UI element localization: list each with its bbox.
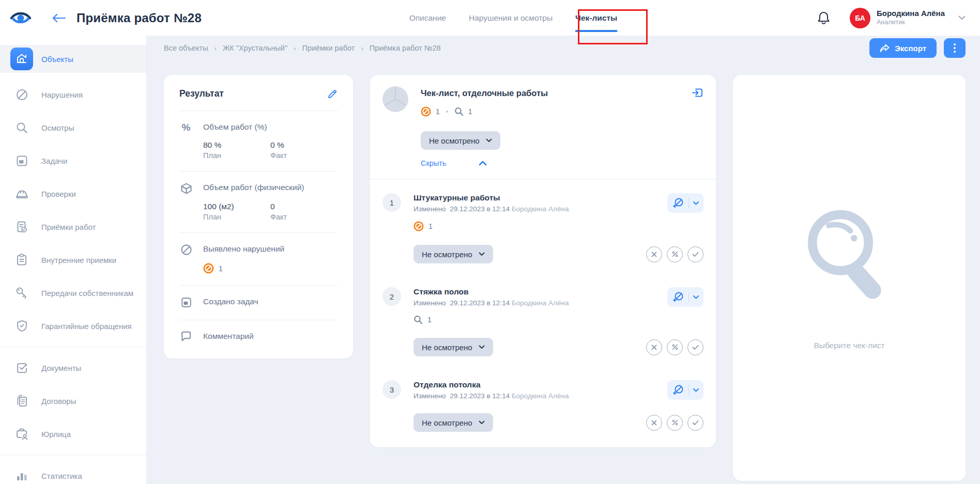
comment-icon [179, 331, 193, 342]
sidebar-item-objects[interactable]: Объекты [0, 45, 146, 73]
checklist-progress-circle [382, 86, 408, 179]
violations-count: 1 [436, 107, 440, 116]
checklist-status-dropdown[interactable]: Не осмотрено [421, 131, 500, 150]
violation-badge-icon [203, 263, 214, 274]
add-violation-split-button[interactable] [667, 193, 703, 213]
app-logo[interactable] [7, 10, 34, 26]
sidebar-item-label: Гарантийные обращения [41, 322, 132, 331]
notifications-button[interactable] [817, 11, 830, 25]
percent-icon [672, 251, 678, 257]
back-button[interactable] [49, 13, 69, 23]
more-actions-button[interactable] [944, 38, 966, 58]
add-violation-icon [672, 384, 684, 396]
inspection-badge-icon [454, 107, 464, 116]
breadcrumb: Все объекты › ЖК "Хрустальный" › Приёмки… [164, 44, 441, 52]
pencil-icon [327, 89, 338, 99]
percent-icon: % [179, 122, 193, 133]
sidebar-item-owner-transfers[interactable]: Передачи собственникам [0, 276, 146, 309]
item-badges: 1 [414, 315, 703, 324]
fact-value: 0 [270, 202, 338, 211]
sidebar-item-checks[interactable]: Проверки [0, 177, 146, 210]
x-icon [651, 252, 657, 257]
user-menu-toggle[interactable] [958, 15, 966, 20]
reject-circle-button[interactable] [646, 339, 662, 355]
breadcrumb-acceptances[interactable]: Приёмки работ [302, 44, 355, 52]
partial-circle-button[interactable] [667, 339, 683, 355]
sidebar-divider [0, 347, 146, 347]
item-status-dropdown[interactable]: Не осмотрено [414, 338, 493, 356]
sidebar-item-legal-entities[interactable]: Юрлица [0, 417, 146, 450]
sidebar-item-documents[interactable]: Документы [0, 351, 146, 384]
sidebar-item-violations[interactable]: Нарушения [0, 78, 146, 111]
clipboard-list-icon [10, 248, 33, 271]
item-modified-by: Бородкина Алёна [512, 299, 569, 307]
sidebar-item-tasks[interactable]: Задачи [0, 144, 146, 177]
item-modified-meta: Изменено 29.12.2023 в 12:14 Бородкина Ал… [414, 205, 569, 213]
item-status-dropdown[interactable]: Не осмотрено [414, 245, 493, 263]
checklist-preview-panel: Выберите чек-лист [733, 75, 966, 481]
add-violation-split-button[interactable] [667, 287, 703, 307]
edit-result-button[interactable] [327, 89, 338, 99]
result-section-violations: Выявлено нарушений 1 [179, 233, 338, 286]
prohibition-icon [10, 83, 33, 106]
breadcrumb-project[interactable]: ЖК "Хрустальный" [223, 44, 287, 52]
user-info: Бородкина Алёна Аналитик [877, 9, 945, 26]
collapse-link[interactable]: Скрыть [421, 159, 447, 167]
caret-down-icon [693, 295, 699, 299]
status-label: Не осмотрено [422, 418, 472, 427]
violations-count: 1 [219, 264, 223, 273]
sidebar-item-contracts[interactable]: Договоры [0, 384, 146, 417]
partial-circle-button[interactable] [667, 415, 683, 431]
tab-description[interactable]: Описание [409, 0, 446, 36]
open-checklist-button[interactable] [692, 87, 703, 98]
user-avatar[interactable]: БА [850, 8, 870, 28]
breadcrumb-current: Приёмка работ №28 [370, 44, 441, 52]
sidebar-item-internal-acceptances[interactable]: Внутренние приемки [0, 243, 146, 276]
tasks-icon [10, 149, 33, 172]
chevron-down-icon [479, 252, 485, 256]
reject-circle-button[interactable] [646, 415, 662, 431]
tab-checklists[interactable]: Чек-листы [575, 0, 617, 36]
result-card-title: Результат [179, 88, 224, 99]
percent-icon [672, 419, 678, 426]
sidebar-item-label: Передачи собственникам [41, 289, 133, 298]
share-arrow-icon [880, 44, 890, 53]
preview-placeholder: Выберите чек-лист [814, 341, 884, 350]
export-button[interactable]: Экспорт [869, 38, 937, 58]
caret-down-icon [693, 388, 699, 392]
sidebar-item-warranty-claims[interactable]: Гарантийные обращения [0, 309, 146, 342]
fact-label: Факт [270, 213, 338, 221]
plan-value: 80 % [203, 140, 270, 150]
item-modified-by: Бородкина Алёна [512, 392, 569, 400]
result-section-comment: Комментарий [179, 320, 338, 353]
clipboard-check-icon [10, 215, 33, 238]
checklist-card: Чек-лист, отделочные работы [370, 75, 716, 447]
add-violation-split-button[interactable] [667, 380, 703, 400]
plan-label: План [203, 151, 270, 160]
accept-circle-button[interactable] [687, 339, 703, 355]
partial-circle-button[interactable] [667, 246, 683, 262]
sidebar-item-work-acceptances[interactable]: Приёмки работ [0, 210, 146, 243]
sidebar-item-label: Договоры [41, 397, 76, 405]
sidebar-item-label: Статистика [41, 472, 82, 480]
sidebar-item-statistics[interactable]: Статистика [0, 459, 146, 484]
sidebar-item-label: Проверки [41, 190, 76, 198]
caret-down-icon [693, 201, 699, 205]
tab-violations-inspections[interactable]: Нарушения и осмотры [469, 0, 553, 36]
accept-circle-button[interactable] [687, 415, 703, 431]
sidebar-item-inspections[interactable]: Осмотры [0, 111, 146, 144]
reject-circle-button[interactable] [646, 246, 662, 262]
chevron-down-icon [479, 345, 485, 349]
accept-circle-button[interactable] [687, 246, 703, 262]
result-section-volume-percent: % Объем работ (%) 80 % План 0 % Факт [179, 111, 338, 171]
item-status-dropdown[interactable]: Не осмотрено [414, 413, 493, 432]
page-actions: Экспорт [869, 38, 966, 58]
sidebar-item-label: Задачи [41, 157, 67, 165]
magnifier-illustration [804, 206, 895, 317]
chevron-up-icon[interactable] [479, 161, 487, 166]
item-quick-actions [646, 339, 703, 355]
sidebar-item-label: Объекты [41, 55, 73, 64]
item-modified-by: Бородкина Алёна [512, 205, 569, 213]
checklist-items: 1 Штукатурные работы Изменено 29.12.2023… [370, 180, 716, 447]
breadcrumb-all-objects[interactable]: Все объекты [164, 44, 208, 52]
